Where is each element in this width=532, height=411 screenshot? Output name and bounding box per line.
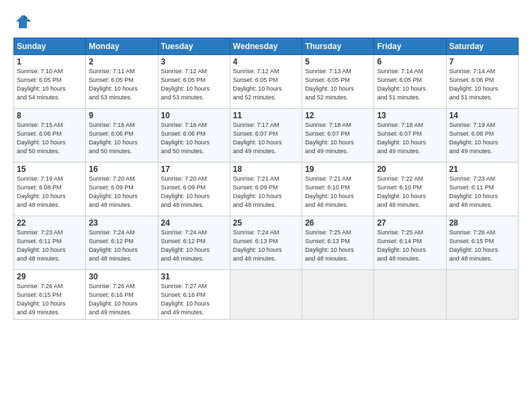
day-number: 10 — [161, 111, 227, 120]
day-number: 21 — [449, 165, 515, 174]
calendar-day-header: Thursday — [302, 38, 374, 55]
calendar-cell: 8 Sunrise: 7:15 AM Sunset: 6:06 PM Dayli… — [14, 109, 86, 163]
calendar-day-header: Friday — [374, 38, 446, 55]
cell-info: Sunrise: 7:13 AM Sunset: 6:05 PM Dayligh… — [305, 67, 371, 102]
calendar-cell: 16 Sunrise: 7:20 AM Sunset: 6:09 PM Dayl… — [86, 163, 158, 216]
day-number: 27 — [377, 218, 443, 228]
cell-info: Sunrise: 7:24 AM Sunset: 6:12 PM Dayligh… — [161, 228, 227, 263]
cell-info: Sunrise: 7:21 AM Sunset: 6:10 PM Dayligh… — [305, 175, 371, 210]
cell-info: Sunrise: 7:14 AM Sunset: 6:06 PM Dayligh… — [449, 67, 515, 102]
cell-info: Sunrise: 7:14 AM Sunset: 6:05 PM Dayligh… — [377, 67, 443, 102]
calendar-day-header: Sunday — [14, 38, 86, 55]
calendar-cell: 20 Sunrise: 7:22 AM Sunset: 6:10 PM Dayl… — [374, 163, 446, 216]
cell-info: Sunrise: 7:24 AM Sunset: 6:13 PM Dayligh… — [233, 228, 299, 263]
day-number: 13 — [377, 111, 443, 120]
calendar-cell: 9 Sunrise: 7:16 AM Sunset: 6:06 PM Dayli… — [86, 109, 158, 163]
cell-info: Sunrise: 7:15 AM Sunset: 6:06 PM Dayligh… — [17, 121, 83, 156]
calendar-week-row: 29 Sunrise: 7:26 AM Sunset: 6:15 PM Dayl… — [14, 270, 519, 320]
day-number: 17 — [161, 165, 227, 174]
cell-info: Sunrise: 7:16 AM Sunset: 6:06 PM Dayligh… — [89, 121, 154, 156]
day-number: 19 — [305, 165, 371, 174]
calendar-cell: 14 Sunrise: 7:19 AM Sunset: 6:08 PM Dayl… — [446, 109, 518, 163]
day-number: 11 — [233, 111, 299, 120]
calendar-cell: 18 Sunrise: 7:21 AM Sunset: 6:09 PM Dayl… — [230, 163, 302, 216]
day-number: 6 — [377, 57, 443, 66]
header — [13, 12, 519, 31]
calendar-week-row: 15 Sunrise: 7:19 AM Sunset: 6:08 PM Dayl… — [14, 163, 519, 216]
calendar-cell — [230, 270, 302, 320]
day-number: 22 — [17, 218, 83, 228]
cell-info: Sunrise: 7:17 AM Sunset: 6:07 PM Dayligh… — [233, 121, 299, 156]
logo — [13, 12, 35, 31]
calendar-cell: 1 Sunrise: 7:10 AM Sunset: 6:05 PM Dayli… — [14, 55, 86, 109]
calendar-cell — [446, 270, 518, 320]
calendar-cell — [302, 270, 374, 320]
calendar-cell: 2 Sunrise: 7:11 AM Sunset: 6:05 PM Dayli… — [86, 55, 158, 109]
day-number: 28 — [449, 218, 515, 228]
calendar-cell: 11 Sunrise: 7:17 AM Sunset: 6:07 PM Dayl… — [230, 109, 302, 163]
calendar-cell: 12 Sunrise: 7:18 AM Sunset: 6:07 PM Dayl… — [302, 109, 374, 163]
cell-info: Sunrise: 7:25 AM Sunset: 6:14 PM Dayligh… — [377, 228, 443, 263]
day-number: 25 — [233, 218, 299, 228]
day-number: 7 — [449, 57, 515, 66]
day-number: 9 — [89, 111, 154, 120]
cell-info: Sunrise: 7:23 AM Sunset: 6:11 PM Dayligh… — [17, 228, 83, 263]
cell-info: Sunrise: 7:23 AM Sunset: 6:11 PM Dayligh… — [449, 175, 515, 210]
calendar-cell: 15 Sunrise: 7:19 AM Sunset: 6:08 PM Dayl… — [14, 163, 86, 216]
cell-info: Sunrise: 7:16 AM Sunset: 6:06 PM Dayligh… — [161, 121, 227, 156]
cell-info: Sunrise: 7:19 AM Sunset: 6:08 PM Dayligh… — [449, 121, 515, 156]
calendar-day-header: Monday — [86, 38, 158, 55]
calendar-cell: 13 Sunrise: 7:18 AM Sunset: 6:07 PM Dayl… — [374, 109, 446, 163]
day-number: 30 — [89, 272, 154, 281]
cell-info: Sunrise: 7:20 AM Sunset: 6:09 PM Dayligh… — [161, 175, 227, 210]
day-number: 20 — [377, 165, 443, 174]
calendar-day-header: Tuesday — [158, 38, 230, 55]
calendar-cell — [374, 270, 446, 320]
cell-info: Sunrise: 7:21 AM Sunset: 6:09 PM Dayligh… — [233, 175, 299, 210]
cell-info: Sunrise: 7:20 AM Sunset: 6:09 PM Dayligh… — [89, 175, 154, 210]
cell-info: Sunrise: 7:26 AM Sunset: 6:15 PM Dayligh… — [17, 282, 83, 317]
calendar-cell: 22 Sunrise: 7:23 AM Sunset: 6:11 PM Dayl… — [14, 216, 86, 270]
day-number: 8 — [17, 111, 83, 120]
calendar-cell: 27 Sunrise: 7:25 AM Sunset: 6:14 PM Dayl… — [374, 216, 446, 270]
cell-info: Sunrise: 7:18 AM Sunset: 6:07 PM Dayligh… — [305, 121, 371, 156]
day-number: 23 — [89, 218, 154, 228]
calendar-cell: 26 Sunrise: 7:25 AM Sunset: 6:13 PM Dayl… — [302, 216, 374, 270]
calendar-header-row: SundayMondayTuesdayWednesdayThursdayFrid… — [14, 38, 519, 55]
day-number: 15 — [17, 165, 83, 174]
cell-info: Sunrise: 7:22 AM Sunset: 6:10 PM Dayligh… — [377, 175, 443, 210]
calendar-week-row: 1 Sunrise: 7:10 AM Sunset: 6:05 PM Dayli… — [14, 55, 519, 109]
cell-info: Sunrise: 7:24 AM Sunset: 6:12 PM Dayligh… — [89, 228, 154, 263]
day-number: 3 — [161, 57, 227, 66]
day-number: 4 — [233, 57, 299, 66]
calendar-cell: 29 Sunrise: 7:26 AM Sunset: 6:15 PM Dayl… — [14, 270, 86, 320]
cell-info: Sunrise: 7:27 AM Sunset: 6:16 PM Dayligh… — [161, 282, 227, 317]
calendar-cell: 30 Sunrise: 7:26 AM Sunset: 6:16 PM Dayl… — [86, 270, 158, 320]
calendar-week-row: 22 Sunrise: 7:23 AM Sunset: 6:11 PM Dayl… — [14, 216, 519, 270]
day-number: 26 — [305, 218, 371, 228]
calendar-cell: 19 Sunrise: 7:21 AM Sunset: 6:10 PM Dayl… — [302, 163, 374, 216]
page: SundayMondayTuesdayWednesdayThursdayFrid… — [0, 0, 532, 411]
svg-marker-0 — [16, 15, 30, 28]
calendar-day-header: Saturday — [446, 38, 518, 55]
day-number: 5 — [305, 57, 371, 66]
calendar-cell: 7 Sunrise: 7:14 AM Sunset: 6:06 PM Dayli… — [446, 55, 518, 109]
day-number: 31 — [161, 272, 227, 281]
calendar-cell: 24 Sunrise: 7:24 AM Sunset: 6:12 PM Dayl… — [158, 216, 230, 270]
day-number: 29 — [17, 272, 83, 281]
calendar-cell: 17 Sunrise: 7:20 AM Sunset: 6:09 PM Dayl… — [158, 163, 230, 216]
day-number: 16 — [89, 165, 154, 174]
calendar-cell: 3 Sunrise: 7:12 AM Sunset: 6:05 PM Dayli… — [158, 55, 230, 109]
cell-info: Sunrise: 7:18 AM Sunset: 6:07 PM Dayligh… — [377, 121, 443, 156]
cell-info: Sunrise: 7:10 AM Sunset: 6:05 PM Dayligh… — [17, 67, 83, 102]
day-number: 14 — [449, 111, 515, 120]
calendar-cell: 10 Sunrise: 7:16 AM Sunset: 6:06 PM Dayl… — [158, 109, 230, 163]
cell-info: Sunrise: 7:19 AM Sunset: 6:08 PM Dayligh… — [17, 175, 83, 210]
calendar-cell: 5 Sunrise: 7:13 AM Sunset: 6:05 PM Dayli… — [302, 55, 374, 109]
day-number: 24 — [161, 218, 227, 228]
calendar-cell: 25 Sunrise: 7:24 AM Sunset: 6:13 PM Dayl… — [230, 216, 302, 270]
calendar-cell: 28 Sunrise: 7:26 AM Sunset: 6:15 PM Dayl… — [446, 216, 518, 270]
cell-info: Sunrise: 7:12 AM Sunset: 6:05 PM Dayligh… — [233, 67, 299, 102]
calendar-body: 1 Sunrise: 7:10 AM Sunset: 6:05 PM Dayli… — [14, 55, 519, 320]
calendar-cell: 23 Sunrise: 7:24 AM Sunset: 6:12 PM Dayl… — [86, 216, 158, 270]
